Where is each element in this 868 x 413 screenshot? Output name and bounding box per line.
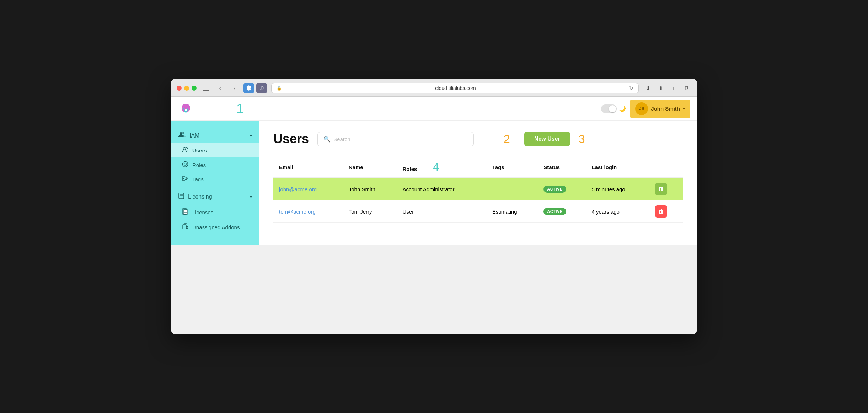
cell-action-0[interactable]: 🗑 [649, 178, 683, 200]
sidebar-item-licenses[interactable]: Licenses [171, 205, 259, 220]
extension-layers-icon[interactable] [243, 83, 254, 93]
licenses-icon [182, 208, 189, 216]
cell-email-0[interactable]: john@acme.org [273, 178, 343, 200]
traffic-lights [177, 86, 197, 91]
svg-point-8 [184, 163, 186, 165]
status-badge-1: ACTIVE [543, 208, 566, 215]
users-icon [182, 147, 189, 154]
svg-point-5 [183, 148, 186, 150]
table-row: john@acme.org John Smith Account Adminis… [273, 178, 683, 200]
cell-roles-0: Account Administrator [397, 178, 487, 200]
sidebar-item-users[interactable]: Users [171, 143, 259, 157]
tabs-overview-icon[interactable]: ⧉ [681, 83, 691, 93]
close-button[interactable] [177, 86, 182, 91]
sidebar-item-roles[interactable]: Roles [171, 157, 259, 172]
refresh-icon[interactable]: ↻ [629, 85, 633, 91]
page-title: Users [273, 132, 309, 146]
sidebar-unassigned-addons-label: Unassigned Addons [192, 224, 240, 230]
table-row: tom@acme.org Tom Jerry User Estimating A… [273, 200, 683, 223]
app-logo [178, 101, 194, 117]
status-badge-0: ACTIVE [543, 186, 566, 193]
annotation-4: 4 [433, 161, 439, 173]
sidebar-section-iam-header[interactable]: IAM ▾ [171, 128, 259, 143]
sidebar-section-licensing: Licensing ▾ Licenses [171, 189, 259, 235]
svg-point-4 [182, 132, 184, 134]
iam-chevron-icon: ▾ [250, 133, 252, 138]
sidebar-section-iam: IAM ▾ Users [171, 128, 259, 186]
cell-tags-1: Estimating [487, 200, 538, 223]
email-link-0[interactable]: john@acme.org [279, 186, 317, 192]
nav-forward-button[interactable]: › [229, 83, 239, 93]
new-tab-icon[interactable]: ＋ [669, 83, 679, 93]
cell-last-login-1: 4 years ago [586, 200, 649, 223]
share-icon[interactable]: ⬆ [656, 83, 666, 93]
cell-roles-1: User [397, 200, 487, 223]
theme-toggle[interactable]: 🌙 [601, 104, 626, 113]
tags-icon [182, 176, 189, 182]
user-name: John Smith [651, 106, 680, 112]
lock-icon: 🔒 [277, 86, 282, 91]
col-header-tags: Tags [487, 157, 538, 178]
svg-rect-1 [203, 88, 209, 88]
url-bar[interactable]: 🔒 cloud.tilialabs.com ↻ [271, 83, 639, 93]
licensing-icon [178, 192, 184, 201]
moon-icon: 🌙 [619, 105, 626, 112]
sidebar-toggle-icon[interactable] [201, 83, 211, 93]
nav-back-button[interactable]: ‹ [215, 83, 225, 93]
col-header-email: Email [273, 157, 343, 178]
email-link-1[interactable]: tom@acme.org [279, 209, 316, 215]
delete-button-0[interactable]: 🗑 [655, 183, 667, 195]
maximize-button[interactable] [192, 86, 197, 91]
sidebar-users-label: Users [192, 148, 207, 154]
svg-rect-18 [183, 225, 186, 229]
svg-point-7 [183, 162, 188, 167]
col-header-name: Name [343, 157, 397, 178]
users-table: Email Name Roles 4 Tags Status Last logi… [273, 157, 683, 223]
svg-point-6 [186, 148, 188, 149]
new-user-button[interactable]: New User [524, 132, 570, 146]
chevron-down-icon: ▾ [683, 106, 685, 111]
download-icon[interactable]: ⬇ [643, 83, 653, 93]
svg-rect-2 [203, 90, 209, 91]
app-header: 1 🌙 JS John Smith ▾ [171, 97, 697, 121]
svg-rect-0 [203, 86, 209, 86]
url-text: cloud.tilialabs.com [285, 85, 626, 91]
svg-point-9 [183, 178, 184, 179]
col-header-last-login: Last login [586, 157, 649, 178]
cell-name-1: Tom Jerry [343, 200, 397, 223]
extension-password-icon[interactable]: ① [256, 83, 267, 93]
annotation-3: 3 [579, 133, 585, 146]
sidebar-roles-label: Roles [192, 162, 206, 168]
cell-status-0: ACTIVE [538, 178, 586, 200]
sidebar-licenses-label: Licenses [192, 209, 213, 215]
cell-name-0: John Smith [343, 178, 397, 200]
search-input[interactable] [333, 136, 468, 142]
content-header: Users 🔍 2 New User 3 [273, 132, 683, 146]
svg-point-3 [180, 132, 182, 135]
avatar: JS [635, 102, 648, 115]
search-bar[interactable]: 🔍 [317, 132, 474, 146]
toggle-switch[interactable] [601, 104, 617, 113]
cell-email-1[interactable]: tom@acme.org [273, 200, 343, 223]
iam-group-icon [178, 132, 186, 140]
licensing-chevron-icon: ▾ [250, 194, 252, 199]
roles-icon [182, 161, 189, 169]
sidebar-section-licensing-header[interactable]: Licensing ▾ [171, 189, 259, 205]
col-header-status: Status [538, 157, 586, 178]
sidebar-item-tags[interactable]: Tags [171, 172, 259, 186]
sidebar-iam-label: IAM [189, 133, 199, 139]
sidebar-tags-label: Tags [192, 176, 204, 182]
sidebar-item-unassigned-addons[interactable]: Unassigned Addons [171, 220, 259, 235]
cell-status-1: ACTIVE [538, 200, 586, 223]
search-icon: 🔍 [323, 136, 331, 143]
col-header-actions [649, 157, 683, 178]
minimize-button[interactable] [184, 86, 189, 91]
cell-action-1[interactable]: 🗑 [649, 200, 683, 223]
user-profile-menu[interactable]: JS John Smith ▾ [630, 100, 690, 118]
unassigned-addons-icon [182, 223, 189, 231]
delete-button-1[interactable]: 🗑 [655, 205, 667, 218]
cell-last-login-0: 5 minutes ago [586, 178, 649, 200]
annotation-2: 2 [504, 133, 510, 146]
content-area: Users 🔍 2 New User 3 Email Name [259, 121, 697, 245]
annotation-1: 1 [236, 101, 243, 116]
